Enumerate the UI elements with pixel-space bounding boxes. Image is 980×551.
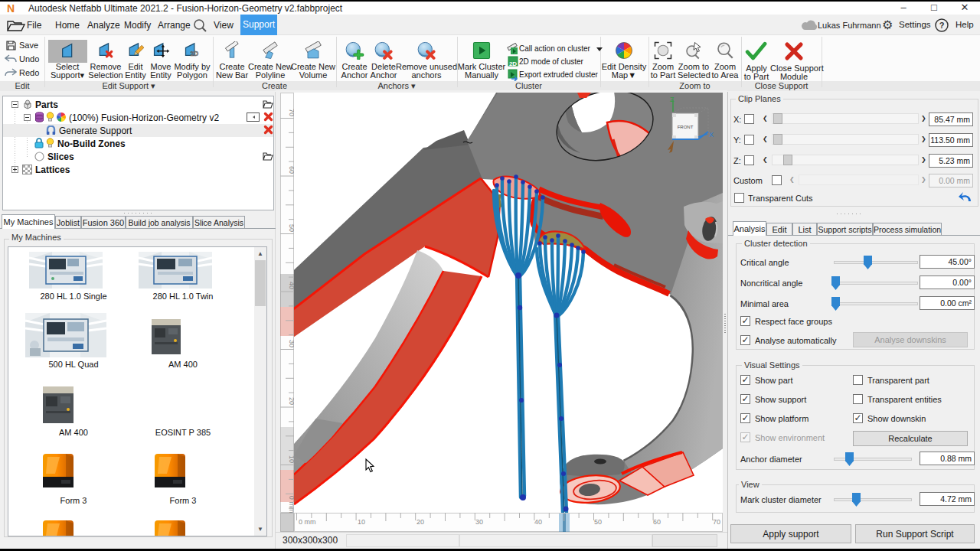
svg-text:0 mm: 0 mm <box>288 496 294 513</box>
svg-text:70: 70 <box>713 518 720 526</box>
svg-text:20: 20 <box>288 397 294 405</box>
svg-text:60: 60 <box>288 166 294 174</box>
svg-text:?: ? <box>939 21 945 30</box>
svg-text:X: X <box>709 131 714 139</box>
svg-text:10: 10 <box>288 455 294 463</box>
svg-text:50: 50 <box>594 518 602 526</box>
svg-text:0 mm: 0 mm <box>299 518 316 526</box>
svg-text:50: 50 <box>288 224 294 232</box>
svg-text:2D: 2D <box>190 50 198 57</box>
svg-text:60: 60 <box>653 518 661 526</box>
svg-text:30: 30 <box>288 340 294 347</box>
svg-text:40: 40 <box>288 282 294 289</box>
svg-text:FRONT: FRONT <box>678 125 694 129</box>
svg-text:70: 70 <box>288 109 294 116</box>
svg-text:Z: Z <box>670 96 675 103</box>
svg-text:40: 40 <box>534 518 542 526</box>
svg-text:20: 20 <box>416 518 424 526</box>
svg-text:10: 10 <box>358 518 365 526</box>
svg-text:30: 30 <box>475 518 483 526</box>
svg-text:2D: 2D <box>509 60 517 67</box>
